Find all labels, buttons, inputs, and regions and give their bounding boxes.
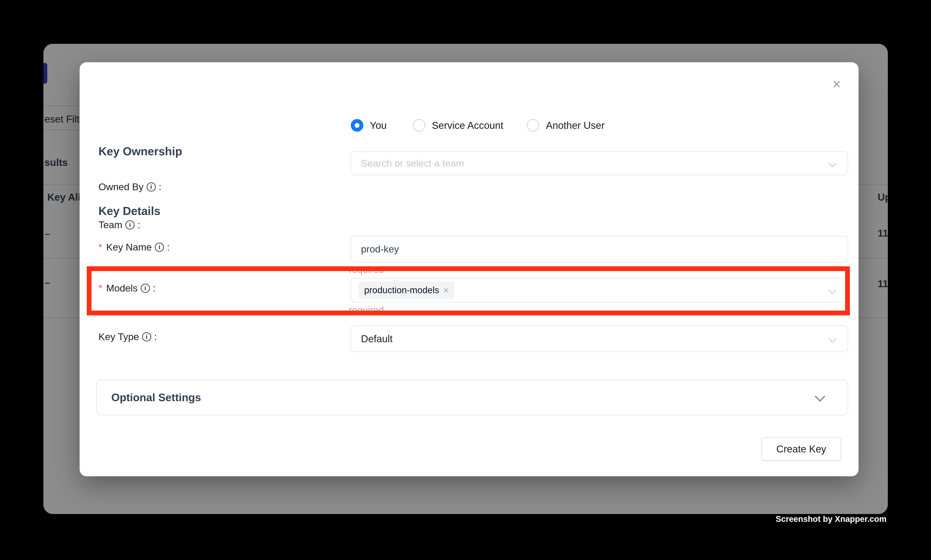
section-title-key-ownership: Key Ownership	[98, 145, 182, 158]
info-icon[interactable]: i	[125, 220, 134, 229]
info-icon[interactable]: i	[155, 243, 164, 252]
radio-another-user-label[interactable]: Another User	[546, 120, 605, 131]
owned-by-label: Owned By i :	[98, 181, 162, 192]
label-colon: :	[159, 181, 162, 192]
info-icon[interactable]: i	[147, 182, 156, 192]
key-type-select[interactable]: Default	[351, 325, 848, 352]
models-required-error: required	[349, 305, 384, 315]
owned-by-radio-group: You Service Account Another User	[351, 119, 605, 132]
required-asterisk: *	[98, 283, 102, 294]
chevron-down-icon	[815, 391, 825, 402]
key-name-required-error: required	[349, 264, 384, 275]
key-type-value: Default	[351, 333, 392, 345]
models-label-text: Models	[106, 283, 138, 294]
team-select-placeholder: Search or select a team	[351, 158, 464, 169]
radio-service-account[interactable]	[413, 119, 425, 132]
optional-settings-title: Optional Settings	[111, 391, 201, 404]
info-icon[interactable]: i	[141, 284, 150, 293]
key-type-label-text: Key Type	[98, 331, 139, 343]
create-key-modal: Key Ownership ✕ Owned By i : You Service…	[80, 62, 859, 476]
watermark-text: Screenshot by Xnapper.com	[776, 514, 886, 524]
label-colon: :	[154, 331, 157, 343]
key-name-input[interactable]: prod-key	[351, 236, 848, 262]
chevron-down-icon	[829, 286, 837, 294]
selected-model-tag-text: production-models	[364, 285, 439, 295]
section-title-key-details: Key Details	[98, 204, 160, 217]
radio-service-account-label[interactable]: Service Account	[432, 120, 503, 131]
owned-by-label-text: Owned By	[98, 181, 144, 192]
team-label-text: Team	[98, 219, 122, 231]
chevron-down-icon	[829, 335, 837, 343]
chevron-down-icon	[829, 159, 837, 167]
close-icon[interactable]: ✕	[828, 76, 845, 93]
radio-another-user[interactable]	[527, 119, 539, 132]
radio-you-label[interactable]: You	[370, 120, 387, 131]
radio-you[interactable]	[351, 119, 363, 132]
team-label: Team i :	[98, 219, 140, 231]
label-colon: :	[167, 242, 170, 253]
key-type-label: Key Type i :	[98, 331, 157, 343]
remove-tag-icon[interactable]: ×	[443, 286, 449, 295]
optional-settings-expander[interactable]: Optional Settings	[96, 380, 848, 415]
required-asterisk: *	[98, 242, 102, 253]
label-colon: :	[153, 283, 156, 294]
info-icon[interactable]: i	[142, 332, 151, 342]
create-key-button[interactable]: Create Key	[762, 437, 841, 461]
key-name-label-text: Key Name	[106, 242, 152, 253]
key-name-label: * Key Name i :	[98, 242, 169, 253]
label-colon: :	[137, 219, 140, 231]
selected-model-tag: production-models ×	[359, 282, 454, 299]
team-select[interactable]: Search or select a team	[351, 151, 848, 175]
models-label: * Models i :	[98, 283, 155, 294]
key-name-value: prod-key	[351, 243, 399, 255]
models-select[interactable]: production-models ×	[351, 278, 848, 303]
